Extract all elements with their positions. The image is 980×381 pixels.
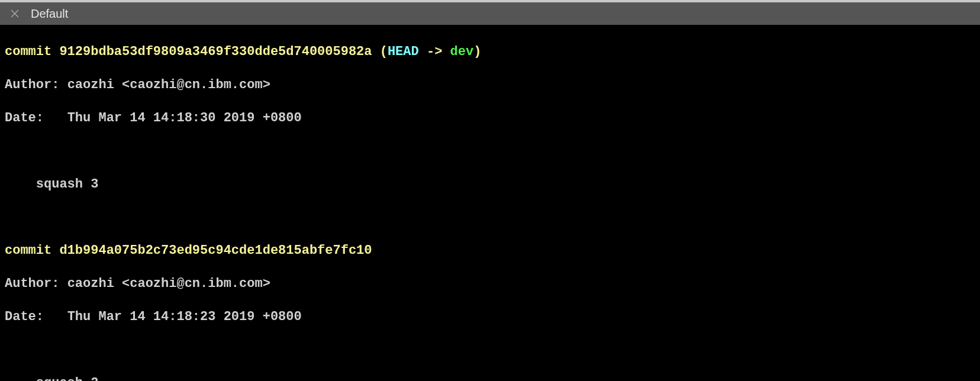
tab-bar: Default <box>0 2 980 25</box>
date-label: Date: <box>5 309 67 324</box>
tab-title[interactable]: Default <box>31 7 68 21</box>
date-line: Date: Thu Mar 14 14:18:23 2019 +0800 <box>5 309 975 325</box>
paren-close: ) <box>473 44 481 59</box>
blank-line <box>5 342 975 359</box>
commit-label: commit <box>5 243 59 258</box>
author-line: Author: caozhi <caozhi@cn.ibm.com> <box>5 276 975 292</box>
blank-line <box>5 143 975 160</box>
blank-line <box>5 209 975 226</box>
author-label: Author: <box>5 276 67 291</box>
branch-ref: dev <box>450 44 474 59</box>
commit-hash: d1b994a075b2c73ed95c94cde1de815abfe7fc10 <box>59 243 372 258</box>
commit-message: squash 3 <box>5 176 975 193</box>
arrow: -> <box>419 44 450 59</box>
date-value: Thu Mar 14 14:18:30 2019 +0800 <box>67 111 302 125</box>
commit-label: commit <box>5 44 59 59</box>
paren-open: ( <box>372 44 388 59</box>
commit-line: commit d1b994a075b2c73ed95c94cde1de815ab… <box>5 243 975 259</box>
date-line: Date: Thu Mar 14 14:18:30 2019 +0800 <box>5 110 975 127</box>
commit-line: commit 9129bdba53df9809a3469f330dde5d740… <box>5 44 975 60</box>
author-label: Author: <box>5 78 67 92</box>
commit-hash: 9129bdba53df9809a3469f330dde5d740005982a <box>59 44 372 59</box>
head-ref: HEAD <box>388 44 419 59</box>
author-value: caozhi <caozhi@cn.ibm.com> <box>67 78 270 92</box>
author-line: Author: caozhi <caozhi@cn.ibm.com> <box>5 77 975 93</box>
date-value: Thu Mar 14 14:18:23 2019 +0800 <box>67 309 302 324</box>
commit-message: squash 2 <box>5 375 975 381</box>
author-value: caozhi <caozhi@cn.ibm.com> <box>67 276 270 291</box>
date-label: Date: <box>5 111 67 125</box>
close-icon[interactable] <box>11 9 19 18</box>
terminal-output[interactable]: commit 9129bdba53df9809a3469f330dde5d740… <box>0 25 980 381</box>
